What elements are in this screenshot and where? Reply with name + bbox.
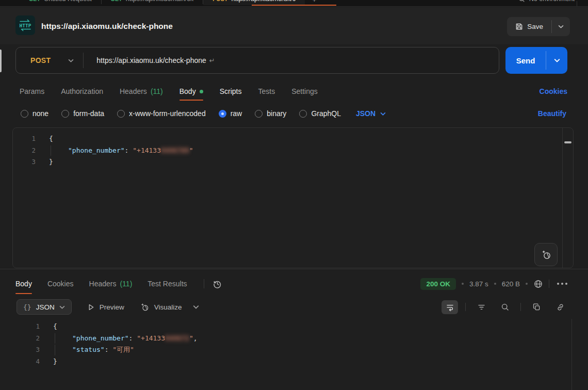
chevron-down-icon xyxy=(68,59,74,62)
response-tab-test-results[interactable]: Test Results xyxy=(148,272,187,295)
visualize-button[interactable]: Visualize xyxy=(140,302,182,312)
tab-params[interactable]: Params xyxy=(20,80,44,102)
code-line: 3 } xyxy=(13,156,573,168)
code-line: 3 "status": "可用" xyxy=(12,344,574,356)
radio-label: GraphQL xyxy=(311,109,341,118)
copy-icon xyxy=(532,303,541,312)
tab-label: https://api.xiaomu.uk/c xyxy=(232,0,296,3)
radio-none[interactable]: none xyxy=(21,109,48,118)
link-button[interactable] xyxy=(552,300,568,314)
radio-circle xyxy=(299,110,307,118)
tab-body[interactable]: Body xyxy=(179,80,203,102)
headers-count-badge: (11) xyxy=(151,87,163,95)
response-tab-headers[interactable]: Headers (11) xyxy=(89,272,133,295)
postman-window: GET Untitled Request GET https://apinksd… xyxy=(0,0,588,390)
send-options-button[interactable] xyxy=(546,47,567,74)
radio-urlencoded[interactable]: x-www-form-urlencoded xyxy=(117,109,206,118)
cookies-link[interactable]: Cookies xyxy=(540,80,567,102)
redacted-text: 040672 xyxy=(165,334,189,342)
tab-label: Tests xyxy=(258,87,275,95)
line-number: 2 xyxy=(12,333,40,345)
visualize-options-button[interactable] xyxy=(193,305,199,309)
preview-button[interactable]: Preview xyxy=(87,303,124,311)
dot-separator xyxy=(494,283,496,285)
play-icon xyxy=(87,303,95,311)
radio-label: none xyxy=(32,109,48,118)
wrap-text-button[interactable] xyxy=(442,300,458,314)
enter-hint-glyph: ↵ xyxy=(209,57,215,64)
response-tab-body[interactable]: Body xyxy=(15,272,32,295)
braces-icon: {} xyxy=(23,303,31,311)
tab-authorization[interactable]: Authorization xyxy=(61,80,103,102)
tab-label: Test Results xyxy=(148,280,187,288)
tab-tests[interactable]: Tests xyxy=(258,80,275,102)
radio-binary[interactable]: binary xyxy=(255,109,286,118)
url-row: POST https://api.xiaomu.uk/check-phone↵ … xyxy=(0,47,588,74)
radio-label: binary xyxy=(267,109,286,118)
response-history-icon[interactable] xyxy=(213,279,222,289)
network-globe-icon[interactable] xyxy=(533,279,543,289)
radio-circle xyxy=(21,110,28,118)
chevron-down-icon xyxy=(554,58,560,62)
code-line: 2 "phone_number": "+14133040672", xyxy=(12,333,574,345)
visualize-label: Visualize xyxy=(154,303,182,311)
tab-label: Settings xyxy=(291,87,318,95)
svg-text:HTTP: HTTP xyxy=(20,23,31,28)
beautify-link[interactable]: Beautify xyxy=(538,109,566,118)
tab-settings[interactable]: Settings xyxy=(291,80,318,102)
save-label: Save xyxy=(527,23,543,30)
radio-graphql[interactable]: GraphQL xyxy=(299,109,341,118)
send-button[interactable]: Send xyxy=(505,47,546,74)
radio-raw[interactable]: raw xyxy=(219,109,242,118)
scrollbar-thumb[interactable] xyxy=(564,141,571,143)
workspace-tab-second[interactable]: GET https://apinksdomain/ok xyxy=(102,0,203,5)
new-tab-button[interactable]: + xyxy=(305,0,324,4)
tab-label: Untitled Request xyxy=(44,0,91,3)
indent-guide xyxy=(55,333,55,344)
line-number: 3 xyxy=(12,344,40,356)
code-line: 1 { xyxy=(13,133,573,145)
status-badge[interactable]: 200 OK xyxy=(420,278,456,290)
response-format-dropdown[interactable]: {} JSON xyxy=(17,299,72,315)
save-button[interactable]: Save xyxy=(507,17,551,36)
tab-label: Authorization xyxy=(61,87,103,95)
save-options-button[interactable] xyxy=(552,17,570,36)
response-tab-cookies[interactable]: Cookies xyxy=(47,272,74,295)
send-split-button: Send xyxy=(505,47,567,74)
postbot-button[interactable] xyxy=(534,243,558,266)
tab-label: Params xyxy=(20,87,44,95)
url-input[interactable]: https://api.xiaomu.uk/check-phone↵ xyxy=(84,56,499,64)
search-button[interactable] xyxy=(497,300,513,314)
http-protocol-icon: HTTP xyxy=(15,15,35,35)
response-body-actions xyxy=(442,298,568,316)
method-badge-post: POST xyxy=(213,0,227,2)
method-selector[interactable]: POST xyxy=(16,56,83,64)
tab-label: https://apinksdomain/ok xyxy=(126,0,193,3)
format-dropdown[interactable]: JSON xyxy=(356,109,386,118)
postbot-sparkle-icon xyxy=(541,249,552,261)
method-value: POST xyxy=(30,56,51,64)
active-tab-underline xyxy=(252,5,336,6)
radio-circle xyxy=(117,110,125,118)
tab-headers[interactable]: Headers (11) xyxy=(120,80,163,102)
tab-scripts[interactable]: Scripts xyxy=(220,80,242,102)
radio-form-data[interactable]: form-data xyxy=(61,109,104,118)
tab-label: Scripts xyxy=(220,87,242,95)
headers-count-badge: (11) xyxy=(120,280,132,288)
radio-label: form-data xyxy=(73,109,104,118)
environment-selector[interactable]: No environment xyxy=(518,0,588,3)
response-body-viewer[interactable]: 1 { 2 "phone_number": "+14133040672", 3 … xyxy=(12,318,574,390)
radio-circle xyxy=(255,110,263,118)
request-body-editor[interactable]: 1 { 2 "phone_number": "+141330406789" 3 … xyxy=(12,127,574,268)
more-options-icon[interactable] xyxy=(555,281,569,287)
editor-scrollbar[interactable] xyxy=(562,128,573,268)
format-value: JSON xyxy=(356,109,375,118)
chevron-down-icon xyxy=(558,25,564,28)
response-scrollbar-track[interactable] xyxy=(571,319,572,390)
filter-button[interactable] xyxy=(473,300,489,314)
workspace-tab-untitled[interactable]: GET Untitled Request xyxy=(0,0,101,5)
divider xyxy=(204,279,204,288)
divider xyxy=(520,303,521,311)
copy-button[interactable] xyxy=(528,300,545,314)
response-size: 620 B xyxy=(502,280,520,288)
